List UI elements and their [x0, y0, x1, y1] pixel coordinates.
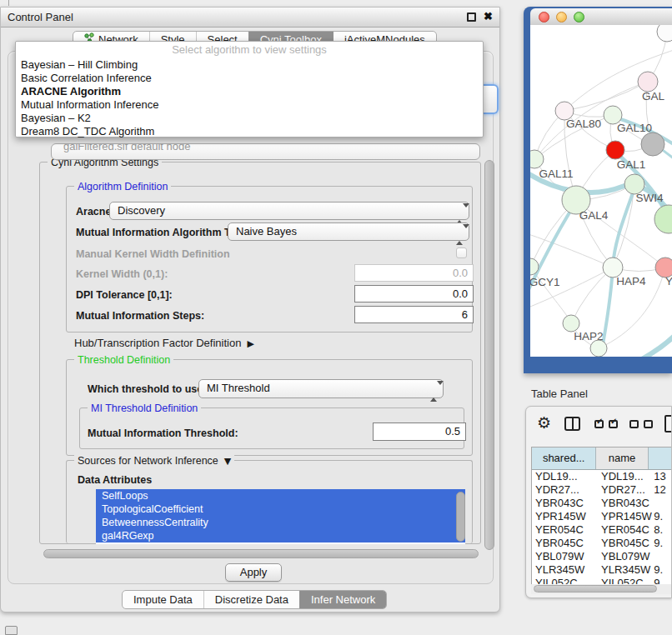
cell-shared-name: YBR043C [532, 497, 599, 510]
cell-name: YBR045C [599, 537, 654, 550]
cell-shared-name: YLR345W [532, 563, 599, 577]
cell-name: YBL079W [599, 550, 654, 563]
table-row[interactable]: YDR27...YDR27...12 [532, 483, 672, 497]
network-window-titlebar[interactable] [530, 8, 672, 26]
table-row[interactable]: YLR345WYLR345W9. [532, 563, 672, 577]
aracne-mode-value: Discovery [118, 204, 165, 217]
close-traffic-light-icon[interactable] [539, 12, 549, 22]
document-icon[interactable] [664, 415, 672, 432]
table-row[interactable]: YIL052CYIL052C9 [532, 577, 672, 584]
which-threshold-combo[interactable]: MI Threshold [198, 379, 444, 398]
cell-shared-name: YPR145W [532, 510, 599, 523]
cell-name: YDL19... [599, 470, 654, 483]
column-header-name[interactable]: name [596, 448, 648, 469]
aracne-mode-combo[interactable]: Discovery [109, 202, 469, 220]
algorithm-dropdown-popup: Select algorithm to view settings Bayesi… [15, 41, 484, 138]
mi-algorithm-type-combo[interactable]: Naive Bayes [228, 222, 469, 241]
checked-checkbox-icon[interactable]: ✓ [609, 420, 618, 428]
tab-impute-data[interactable]: Impute Data [123, 591, 203, 608]
attribute-item-selfloops[interactable]: SelfLoops [96, 489, 465, 502]
apply-button[interactable]: Apply [225, 563, 282, 582]
settings-vertical-scrollbar[interactable] [484, 158, 495, 552]
cell-value: 13 [654, 470, 672, 483]
table-row[interactable]: YER054CYER054C8. [532, 523, 672, 537]
data-attributes-list[interactable]: SelfLoopsTopologicalCoefficientBetweenne… [96, 489, 465, 544]
cell-name: YBR043C [599, 497, 654, 510]
cell-name: YLR345W [599, 563, 654, 577]
node-label-gal80: GAL80 [566, 118, 601, 130]
vertical-scrollbar-thumb[interactable] [484, 160, 494, 550]
sources-group-toggle[interactable]: Sources for Network Inference▼ [74, 455, 234, 467]
desktop: Control Panel ✖ NetworkStyleSelectCyni T… [0, 0, 672, 635]
split-columns-icon[interactable] [564, 417, 580, 431]
table-row[interactable]: YPR145WYPR145W9. [532, 510, 672, 523]
table-row[interactable]: YBR045CYBR045C9. [532, 537, 672, 550]
dpi-tolerance-label: DPI Tolerance [0,1]: [76, 289, 173, 301]
table-row[interactable]: YBL079WYBL079W [532, 550, 672, 563]
mi-steps-label: Mutual Information Steps: [76, 310, 204, 322]
table-data-combo[interactable]: galFiltered.sif default node [51, 143, 480, 160]
attribute-item-topologicalcoefficient[interactable]: TopologicalCoefficient [96, 502, 465, 516]
tab-infer-network[interactable]: Infer Network [299, 591, 386, 608]
table-scrollbar-thumb[interactable] [534, 585, 657, 592]
hub-definition-toggle[interactable]: Hub/Transcription Factor Definition▶ [74, 337, 254, 349]
mi-threshold-label: Mutual Information Threshold: [88, 428, 238, 439]
node-unlabeled[interactable] [641, 132, 664, 156]
node-gal[interactable] [638, 72, 658, 92]
dpi-tolerance-field[interactable]: 0.0 [354, 285, 474, 302]
cell-value: 12 [654, 483, 672, 497]
zoom-traffic-light-icon[interactable] [574, 12, 584, 22]
tab-discretize-data[interactable]: Discretize Data [203, 591, 299, 608]
list-scrollbar-thumb[interactable] [456, 492, 465, 542]
node-unlabeled[interactable] [654, 205, 672, 233]
node-unlabeled[interactable] [590, 340, 607, 357]
column-header-shared[interactable]: shared... [532, 448, 596, 469]
network-canvas[interactable]: GALGAL80GAL10GAL1GAL11SWI4GAL4GCY1HAP4YH… [530, 25, 672, 357]
settings-horizontal-scrollbar[interactable] [41, 548, 481, 559]
node-unlabeled[interactable] [657, 25, 672, 42]
algorithm-option-aracne-algorithm[interactable]: ARACNE Algorithm [16, 85, 483, 98]
float-window-icon[interactable] [467, 12, 476, 22]
table-row[interactable]: YDL19...YDL19...13 [532, 470, 672, 483]
attribute-item-gal4rgexp[interactable]: gal4RGexp [96, 529, 465, 542]
attribute-item-betweennesscentrality[interactable]: BetweennessCentrality [96, 516, 465, 529]
close-window-icon[interactable]: ✖ [484, 10, 493, 22]
mi-threshold-field[interactable]: 0.5 [373, 422, 466, 441]
mi-steps-field[interactable]: 6 [354, 306, 474, 323]
unchecked-checkbox-icon[interactable] [644, 420, 653, 428]
algorithm-option-mutual-information-inference[interactable]: Mutual Information Inference [16, 98, 483, 112]
algorithm-option-bayesian-k2[interactable]: Bayesian – K2 [16, 112, 483, 125]
cell-value [654, 497, 672, 510]
cell-value: 9. [654, 510, 672, 523]
cell-value [654, 550, 672, 563]
minimize-traffic-light-icon[interactable] [556, 12, 567, 22]
node-gal1[interactable] [606, 141, 624, 159]
node-label-gal11: GAL11 [539, 168, 573, 180]
algorithm-option-bayesian-hill-climbing[interactable]: Bayesian – Hill Climbing [16, 58, 483, 72]
minimized-panel-icon[interactable] [5, 626, 18, 635]
cell-shared-name: YBL079W [532, 550, 599, 563]
node-gal11[interactable] [530, 150, 544, 168]
kernel-width-field[interactable]: 0.0 [354, 264, 474, 282]
table-horizontal-scrollbar[interactable] [531, 584, 672, 594]
cell-value: 9 [654, 577, 672, 584]
inference-algorithm-combo-fragment[interactable] [483, 84, 499, 114]
manual-kernel-checkbox[interactable] [456, 248, 467, 258]
control-panel-title: Control Panel [8, 11, 73, 23]
checked-checkbox-icon[interactable]: ✓ [594, 420, 604, 428]
horizontal-scrollbar-thumb[interactable] [43, 549, 479, 558]
table-panel-title: Table Panel [531, 388, 588, 400]
which-threshold-value: MI Threshold [207, 382, 270, 394]
control-panel-titlebar[interactable]: Control Panel ✖ [1, 8, 499, 28]
table-row[interactable]: YBR043CYBR043C [532, 497, 672, 510]
column-header-3[interactable] [649, 448, 672, 469]
node-label-gal4: GAL4 [579, 209, 609, 222]
algorithm-option-basic-correlation-inference[interactable]: Basic Correlation Inference [16, 72, 483, 85]
node-hap2[interactable] [563, 315, 579, 332]
gear-icon[interactable]: ⚙ [537, 413, 551, 432]
algorithm-option-dream8-dc-tdc-algorithm[interactable]: Dream8 DC_TDC Algorithm [16, 125, 483, 138]
data-attributes-label: Data Attributes [78, 474, 152, 486]
table-panel-window: ⚙ ✓ ✓ shared...name YDL19...YDL19...13YD… [525, 406, 672, 598]
unchecked-checkbox-icon[interactable] [629, 420, 639, 428]
cell-name: YDR27... [599, 483, 654, 497]
